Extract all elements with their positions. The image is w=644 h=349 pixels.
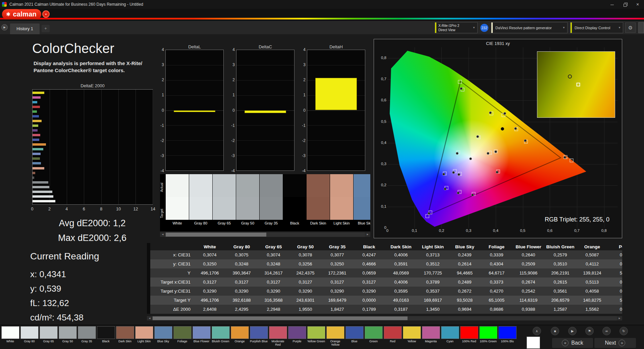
close-button[interactable]: × <box>631 0 644 9</box>
pattern-patch-button[interactable]: Light Skin <box>135 326 154 346</box>
chevron-down-icon: ▼ <box>560 26 567 29</box>
measured-point-marker <box>568 74 572 79</box>
collapse-button[interactable]: ∧ <box>533 327 541 335</box>
table-cell: 0,2439 <box>449 252 481 257</box>
table-cell: 0,4006 <box>385 280 417 285</box>
pattern-patch-button[interactable]: Yellow <box>402 326 421 346</box>
pattern-patch-button[interactable]: Bluish Green <box>211 326 230 346</box>
pattern-patch-button[interactable]: Blue <box>345 326 364 346</box>
swatch-target <box>260 197 283 220</box>
cie-measured-point <box>487 152 489 155</box>
settings-button[interactable]: ⚙ <box>625 22 636 33</box>
pattern-patch-button[interactable]: Cyan <box>440 326 460 346</box>
table-row-label: Target x:CIE31 <box>150 280 194 285</box>
table-row-label: y: CIE31 <box>150 261 194 266</box>
next-button[interactable]: Next » <box>594 338 636 348</box>
flag-button[interactable]: ⚑ <box>585 327 594 335</box>
back-button[interactable]: « Back <box>552 338 593 348</box>
table-scrollbar[interactable]: ◄ ► <box>147 316 622 320</box>
table-header-cell: Gray 35 <box>321 244 353 249</box>
pattern-patch-button[interactable]: 100% Green <box>479 326 498 346</box>
scrollbar-thumb[interactable] <box>166 233 266 237</box>
cie-measured-point <box>442 173 445 176</box>
pattern-patch-button[interactable]: Gray 80 <box>20 326 39 346</box>
edge-panel-button[interactable] <box>638 22 644 33</box>
pattern-patch-button[interactable]: Blue Flower <box>192 326 211 346</box>
pattern-patch-button[interactable]: Moderate Red <box>268 326 287 346</box>
axis-tick-label: -2 <box>160 138 164 143</box>
continuous-measure-button[interactable]: ∞ <box>602 327 611 335</box>
play-button[interactable]: ▶ <box>568 327 577 335</box>
patch-color <box>193 326 211 339</box>
scroll-left-icon: ◄ <box>148 317 151 320</box>
pattern-patch-button[interactable]: Green <box>364 326 383 346</box>
pattern-patch-button[interactable]: White <box>1 326 20 346</box>
pattern-preview[interactable] <box>527 337 540 349</box>
scroll-right-button[interactable]: ► <box>617 316 622 320</box>
pattern-patch-button[interactable]: Foliage <box>173 326 192 346</box>
table-cell: 0,3074 <box>258 252 289 257</box>
repeat-button[interactable]: ↻ <box>620 327 628 335</box>
table-cell: 0,3250 <box>321 261 353 266</box>
pattern-patch-button[interactable]: Magenta <box>421 326 440 346</box>
pattern-patch-button[interactable]: 100% Red <box>460 326 479 346</box>
scrollbar-thumb[interactable] <box>153 316 408 320</box>
table-cell: 0,3256 <box>289 261 321 266</box>
pattern-patch-button[interactable]: Gray 35 <box>77 326 96 346</box>
pattern-patch-button[interactable]: Gray 50 <box>58 326 77 346</box>
display-control-dropdown[interactable]: Direct Display Control ▼ <box>570 22 623 33</box>
pattern-patch-button[interactable]: Purplish Blue <box>249 326 268 346</box>
axis-tick-label: 0,4 <box>381 141 386 145</box>
add-tab-button[interactable]: + <box>42 25 50 32</box>
axis-tick-label: -2 <box>302 138 306 143</box>
table-cell: 0,3561 <box>544 289 576 294</box>
swatch-actual <box>283 174 306 197</box>
pattern-patch-button[interactable]: 100% Blu <box>498 326 517 346</box>
pattern-patch-button[interactable]: Blue Sky <box>154 326 173 346</box>
scroll-left-button[interactable]: ◄ <box>160 232 165 237</box>
axis-tick-label: -3 <box>302 153 306 158</box>
deltae-bar <box>33 143 46 146</box>
calman-menu-chevron[interactable]: ▼ <box>42 10 50 18</box>
table-row: ΔE 20002,64082,42952,29481,95501,84270,1… <box>150 305 622 314</box>
meter-dropdown[interactable]: X-Rite i1Pro 2 Direct View ▼ <box>435 22 478 33</box>
table-header-cell: Black <box>353 244 385 249</box>
axis-tick-label: 0,8 <box>381 56 386 60</box>
scroll-right-button[interactable]: ► <box>365 232 370 237</box>
pattern-patch-button[interactable]: Purple <box>287 326 307 346</box>
pattern-patch-button[interactable]: Gray 65 <box>39 326 58 346</box>
patch-label: Orange <box>230 339 249 346</box>
swatch-label: Gray 65 <box>213 220 236 227</box>
swatch-column: Gray 65 <box>213 174 236 231</box>
pattern-patch-button[interactable]: Dark Skin <box>115 326 135 346</box>
table-cell: 64,6717 <box>481 270 513 276</box>
deltae-bar <box>33 195 53 198</box>
cie-target-point <box>426 214 429 218</box>
scroll-left-button[interactable]: ◄ <box>147 316 152 320</box>
meter-count-badge[interactable]: 232 <box>480 24 488 32</box>
table-cell: 65,1005 <box>481 298 513 303</box>
table-cell: 390,3647 <box>226 270 258 276</box>
meter-status-accent <box>435 22 436 33</box>
layout-expander-button[interactable]: ▶ <box>1 24 8 31</box>
pattern-patch-button[interactable]: Yellow Green <box>307 326 326 346</box>
cie-target-point <box>570 158 573 162</box>
minimize-button[interactable] <box>606 0 619 9</box>
strip-scrollbar[interactable]: ◄ ► <box>160 232 370 237</box>
pattern-generator-dropdown[interactable]: DaVinci Resolve pattern generator ▼ <box>491 22 568 33</box>
patch-color <box>326 326 344 339</box>
pattern-patch-button[interactable]: Black <box>96 326 115 346</box>
table-header-cell: Dark Skin <box>385 244 417 249</box>
axis-tick-label: 0 <box>232 108 235 113</box>
tab-history-1[interactable]: History 1 <box>10 23 40 34</box>
gridline <box>307 65 365 65</box>
swatch-actual <box>307 174 330 197</box>
calman-menu-button[interactable]: ✱ calman <box>2 9 41 19</box>
pattern-patch-button[interactable]: Red <box>383 326 402 346</box>
table-row: y: CIE310,32500,32480,32480,32560,32500,… <box>150 259 622 268</box>
pattern-patch-button[interactable]: Orange <box>230 326 249 346</box>
pattern-patch-button[interactable]: Orange Yellow <box>326 326 345 346</box>
stop-button[interactable]: ■ <box>551 327 559 335</box>
back-chevron-icon: « <box>562 340 569 346</box>
maximize-button[interactable] <box>619 0 631 9</box>
